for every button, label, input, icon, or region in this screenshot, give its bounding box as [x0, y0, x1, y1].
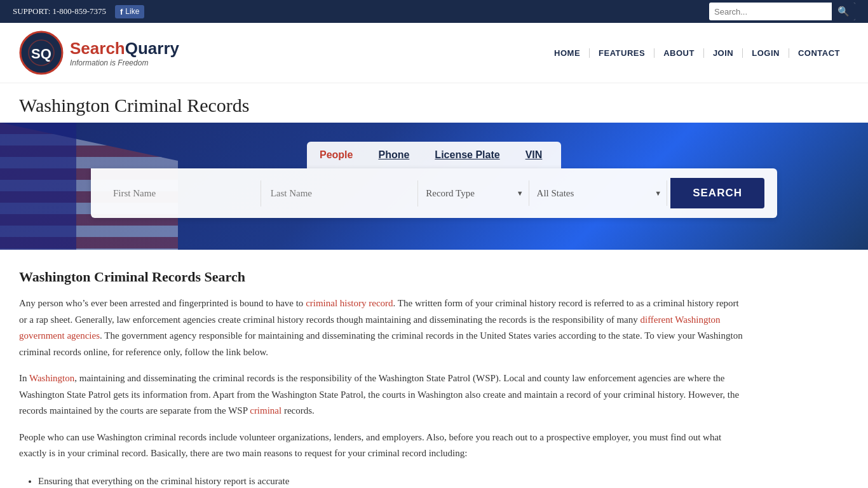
- svg-text:SQ: SQ: [31, 46, 51, 62]
- page-title-area: Washington Criminal Records: [0, 83, 868, 123]
- all-states-select[interactable]: All States Alabama Alaska Washington: [529, 180, 667, 206]
- content-para-3: People who can use Washington criminal r…: [19, 430, 743, 462]
- nav-about[interactable]: ABOUT: [654, 48, 704, 58]
- nav-login[interactable]: LOGIN: [743, 48, 789, 58]
- fb-like-label: Like: [125, 7, 139, 16]
- top-bar-right: 🔍: [709, 3, 855, 20]
- washington-link[interactable]: Washington: [29, 373, 74, 383]
- fb-like-button[interactable]: f Like: [115, 5, 144, 18]
- logo-brand-blue: Quarry: [125, 39, 179, 58]
- top-bar: SUPPORT: 1-800-859-7375 f Like 🔍: [0, 0, 868, 23]
- search-form: Record Type Criminal Records Background …: [91, 168, 777, 218]
- list-item-1: Ensuring that everything on the criminal…: [38, 472, 743, 489]
- record-type-wrapper: Record Type Criminal Records Background …: [418, 180, 529, 206]
- content-para-2-text-a: In: [19, 373, 29, 383]
- nav-join[interactable]: JOIN: [704, 48, 743, 58]
- criminal-link[interactable]: criminal: [250, 405, 281, 416]
- logo-area: SQ SearchQuarry Information is Freedom: [19, 30, 179, 75]
- logo-icon: SQ: [19, 30, 64, 75]
- logo-tagline: Information is Freedom: [70, 58, 179, 67]
- content-para-2: In Washington, maintaining and dissemina…: [19, 370, 743, 419]
- content-para-2-text-c: records.: [281, 405, 315, 416]
- tab-license-plate[interactable]: License Plate: [422, 142, 512, 168]
- fb-icon: f: [120, 7, 123, 17]
- header: SQ SearchQuarry Information is Freedom H…: [0, 23, 868, 83]
- main-nav: HOME FEATURES ABOUT JOIN LOGIN CONTACT: [545, 48, 849, 58]
- top-search-button[interactable]: 🔍: [832, 3, 855, 20]
- tab-people[interactable]: People: [307, 142, 365, 168]
- nav-features[interactable]: FEATURES: [590, 48, 654, 58]
- content-para-1-text-a: Any person who’s ever been arrested and …: [19, 298, 306, 308]
- content-list: Ensuring that everything on the criminal…: [38, 472, 743, 489]
- criminal-history-link[interactable]: criminal history record: [306, 298, 393, 308]
- content-section-title: Washington Criminal Records Search: [19, 269, 743, 285]
- nav-home[interactable]: HOME: [545, 48, 590, 58]
- search-tabs: People Phone License Plate VIN: [307, 142, 561, 168]
- first-name-input[interactable]: [104, 180, 261, 207]
- flag-stars: [0, 123, 76, 250]
- hero-banner: People Phone License Plate VIN Record Ty…: [0, 123, 868, 250]
- content-para-1: Any person who’s ever been arrested and …: [19, 295, 743, 360]
- top-bar-left: SUPPORT: 1-800-859-7375 f Like: [13, 5, 144, 18]
- all-states-wrapper: All States Alabama Alaska Washington: [529, 180, 668, 206]
- logo-text-area: SearchQuarry Information is Freedom: [70, 39, 179, 67]
- content-para-1-text-c: . The government agency responsible for …: [19, 330, 743, 357]
- content-area: Washington Criminal Records Search Any p…: [0, 250, 763, 488]
- tab-vin[interactable]: VIN: [513, 142, 555, 168]
- page-title: Washington Criminal Records: [19, 95, 849, 116]
- content-para-2-text-b: , maintaining and disseminating the crim…: [19, 373, 739, 416]
- search-button[interactable]: SEARCH: [670, 178, 764, 208]
- nav-contact[interactable]: CONTACT: [789, 48, 849, 58]
- top-search-input[interactable]: [709, 4, 832, 19]
- support-label: SUPPORT: 1-800-859-7375: [13, 6, 106, 17]
- last-name-input[interactable]: [261, 180, 419, 207]
- record-type-select[interactable]: Record Type Criminal Records Background …: [418, 180, 528, 206]
- logo-brand-red: Search: [70, 39, 125, 58]
- top-search-box[interactable]: 🔍: [709, 3, 855, 20]
- logo-brand: SearchQuarry: [70, 39, 179, 58]
- tab-phone[interactable]: Phone: [365, 142, 422, 168]
